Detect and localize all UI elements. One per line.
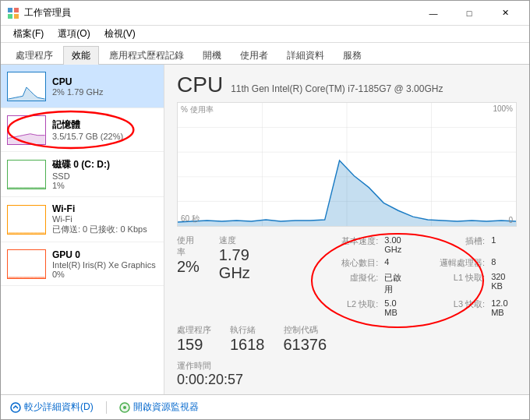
svg-marker-15 bbox=[178, 161, 516, 226]
info-row-4: 虛擬化: 已啟用 bbox=[316, 271, 410, 296]
tab-processes[interactable]: 處理程序 bbox=[7, 46, 62, 65]
wifi-sub2: 已傳送: 0 已接收: 0 Kbps bbox=[52, 224, 157, 235]
bottom-divider bbox=[106, 401, 107, 414]
stat-handles: 控制代碼 61376 bbox=[284, 324, 327, 354]
disk-sparkline-chart bbox=[7, 160, 46, 189]
gpu-sub1: Intel(R) Iris(R) Xe Graphics bbox=[52, 260, 157, 270]
svg-rect-0 bbox=[8, 8, 12, 12]
tab-app-history[interactable]: 應用程式歷程記錄 bbox=[101, 46, 193, 65]
memory-label: 記憶體 bbox=[52, 118, 157, 132]
app-icon bbox=[7, 7, 19, 19]
wifi-label: Wi-Fi bbox=[52, 203, 157, 214]
stats-row-2: 處理程序 159 執行緒 1618 控制代碼 61376 bbox=[177, 324, 517, 354]
tab-startup[interactable]: 開機 bbox=[194, 46, 230, 65]
info-row-2: 核心數目: 4 bbox=[316, 256, 410, 270]
stat-speed-value: 1.79 GHz bbox=[219, 246, 278, 282]
info-key-0: 基本速度: bbox=[316, 235, 378, 254]
sidebar-item-cpu[interactable]: CPU 2% 1.79 GHz bbox=[1, 65, 164, 108]
info-key-2: 核心數目: bbox=[316, 257, 378, 269]
cpu-chart-svg bbox=[178, 103, 516, 226]
tab-performance[interactable]: 效能 bbox=[63, 46, 99, 65]
stat-processes: 處理程序 159 bbox=[177, 324, 211, 354]
memory-sublabel: 3.5/15.7 GB (22%) bbox=[52, 132, 157, 141]
info-key-6: L2 快取: bbox=[316, 298, 378, 317]
uptime-label: 運作時間 bbox=[177, 360, 517, 372]
cpu-sparkline-chart bbox=[7, 72, 46, 101]
title-bar-left: 工作管理員 bbox=[7, 6, 71, 19]
gpu-sidebar-info: GPU 0 Intel(R) Iris(R) Xe Graphics 0% bbox=[52, 249, 157, 279]
info-row-3: 邏輯處理器: 8 bbox=[422, 256, 517, 270]
close-button[interactable]: ✕ bbox=[487, 5, 523, 21]
stats-row-1: 使用率 2% 速度 1.79 GHz 基本速度: 3.00 GHz bbox=[177, 235, 517, 318]
chart-y-max: 100% bbox=[493, 104, 513, 113]
stat-usage-label: 使用率 bbox=[177, 235, 200, 258]
detail-subtitle: 11th Gen Intel(R) Core(TM) i7-1185G7 @ 3… bbox=[231, 83, 443, 94]
wifi-sparkline-chart bbox=[7, 205, 46, 235]
monitor-button[interactable]: 開啟資源監視器 bbox=[119, 401, 199, 414]
info-key-1: 插槽: bbox=[422, 235, 485, 254]
info-row-5: L1 快取: 320 KB bbox=[422, 271, 517, 296]
uptime-section: 運作時間 0:00:20:57 bbox=[177, 360, 517, 388]
cpu-chart-area: % 使用率 100% 60 秒 0 bbox=[177, 102, 517, 227]
cpu-info-grid: 基本速度: 3.00 GHz 插槽: 1 核心數目: 4 邏輯處理器: 8 bbox=[316, 235, 517, 318]
app-window: 工作管理員 — □ ✕ 檔案(F) 選項(O) 檢視(V) 處理程序 效能 應用… bbox=[0, 0, 530, 420]
minimize-button[interactable]: — bbox=[415, 5, 451, 21]
memory-sidebar-info: 記憶體 3.5/15.7 GB (22%) bbox=[52, 118, 157, 141]
info-val-4: 已啟用 bbox=[384, 272, 410, 295]
cpu-label: CPU bbox=[52, 76, 157, 87]
main-content: CPU 2% 1.79 GHz 記憶體 3.5/15.7 GB (22%) bbox=[1, 65, 529, 394]
wifi-sub1: Wi-Fi bbox=[52, 214, 157, 224]
info-val-0: 3.00 GHz bbox=[384, 235, 410, 254]
monitor-label: 開啟資源監視器 bbox=[133, 401, 199, 414]
stat-usage-value: 2% bbox=[177, 258, 200, 276]
info-key-4: 虛擬化: bbox=[316, 272, 378, 295]
detail-title: CPU bbox=[177, 72, 223, 97]
svg-marker-4 bbox=[8, 86, 44, 100]
menu-options[interactable]: 選項(O) bbox=[51, 26, 96, 42]
disk-sub2: 1% bbox=[52, 181, 157, 190]
sidebar-item-gpu[interactable]: GPU 0 Intel(R) Iris(R) Xe Graphics 0% bbox=[1, 242, 164, 286]
svg-rect-3 bbox=[14, 14, 19, 19]
collapse-button[interactable]: 較少詳細資料(D) bbox=[10, 401, 94, 414]
tab-services[interactable]: 服務 bbox=[334, 46, 370, 65]
sidebar-item-wifi[interactable]: Wi-Fi Wi-Fi 已傳送: 0 已接收: 0 Kbps bbox=[1, 197, 164, 242]
window-title: 工作管理員 bbox=[24, 6, 71, 19]
tab-users[interactable]: 使用者 bbox=[231, 46, 277, 65]
maximize-button[interactable]: □ bbox=[451, 5, 487, 21]
sidebar-item-disk[interactable]: 磁碟 0 (C: D:) SSD 1% bbox=[1, 152, 164, 197]
window-controls: — □ ✕ bbox=[415, 5, 523, 21]
gpu-sparkline-chart bbox=[7, 249, 46, 279]
info-val-3: 8 bbox=[491, 257, 496, 269]
stat-handles-label: 控制代碼 bbox=[284, 324, 327, 336]
collapse-icon bbox=[10, 402, 21, 413]
tab-details[interactable]: 詳細資料 bbox=[278, 46, 333, 65]
stat-processes-label: 處理程序 bbox=[177, 324, 211, 336]
info-val-5: 320 KB bbox=[491, 272, 517, 295]
cpu-sidebar-info: CPU 2% 1.79 GHz bbox=[52, 76, 157, 97]
info-val-7: 12.0 MB bbox=[491, 298, 517, 317]
sidebar-item-memory[interactable]: 記憶體 3.5/15.7 GB (22%) bbox=[1, 108, 164, 152]
gpu-label: GPU 0 bbox=[52, 249, 157, 260]
stat-handles-value: 61376 bbox=[284, 336, 327, 354]
info-key-3: 邏輯處理器: bbox=[422, 257, 485, 269]
title-bar: 工作管理員 — □ ✕ bbox=[1, 1, 529, 26]
uptime-value: 0:00:20:57 bbox=[177, 372, 517, 388]
info-row-6: L2 快取: 5.0 MB bbox=[316, 298, 410, 318]
info-row-7: L3 快取: 12.0 MB bbox=[422, 298, 517, 318]
detail-header: CPU 11th Gen Intel(R) Core(TM) i7-1185G7… bbox=[177, 72, 517, 97]
info-key-7: L3 快取: bbox=[422, 298, 485, 317]
svg-point-19 bbox=[123, 406, 126, 409]
info-row-1: 插槽: 1 bbox=[422, 235, 517, 255]
stat-threads-label: 執行緒 bbox=[230, 324, 265, 336]
info-key-5: L1 快取: bbox=[422, 272, 485, 295]
menu-file[interactable]: 檔案(F) bbox=[7, 26, 50, 42]
sidebar: CPU 2% 1.79 GHz 記憶體 3.5/15.7 GB (22%) bbox=[1, 65, 164, 394]
menu-view[interactable]: 檢視(V) bbox=[98, 26, 142, 42]
monitor-icon bbox=[119, 402, 130, 413]
svg-rect-2 bbox=[8, 14, 12, 19]
svg-marker-7 bbox=[8, 188, 44, 189]
stat-usage: 使用率 2% bbox=[177, 235, 200, 318]
wifi-sidebar-info: Wi-Fi Wi-Fi 已傳送: 0 已接收: 0 Kbps bbox=[52, 203, 157, 235]
disk-label: 磁碟 0 (C: D:) bbox=[52, 158, 157, 171]
bottom-bar: 較少詳細資料(D) 開啟資源監視器 bbox=[1, 394, 529, 419]
